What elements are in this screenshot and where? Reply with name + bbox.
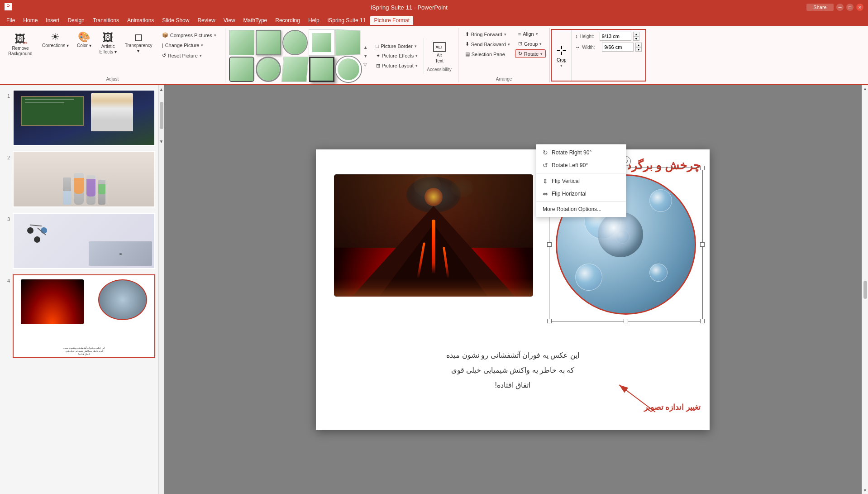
handle-bc[interactable] (624, 319, 628, 323)
close-button[interactable]: ✕ (856, 4, 863, 11)
style-thumb-10[interactable] (336, 57, 361, 82)
accessibility-label: Accessibility (427, 67, 451, 72)
height-up[interactable]: ▲ (633, 32, 639, 36)
right-scroll-thumb[interactable] (863, 281, 867, 299)
slide-canvas: چرخش و برگرداندن تصویر (316, 149, 710, 430)
remove-background-button[interactable]: 🖼 ✂ Remove Background (4, 30, 37, 59)
style-thumb-8[interactable] (281, 57, 309, 82)
slide-item-1[interactable]: 1 (2, 89, 156, 147)
ribbon-group-adjust: 🖼 ✂ Remove Background ☀ Corrections ▾ 🎨 … (0, 28, 225, 82)
menu-slideshow[interactable]: Slide Show (158, 16, 193, 25)
style-scroll-down[interactable]: ▼ (362, 53, 369, 59)
artistic-effects-button[interactable]: 🖼 ArtisticEffects ▾ (96, 30, 120, 57)
group-button[interactable]: ⊡ Group ▾ (515, 39, 546, 48)
flip-horizontal-item[interactable]: ⇔ Flip Horizontal (536, 187, 626, 200)
slide-4-preview: این عکس یه فوران آتشفشانی رو نشون میده ک… (14, 275, 154, 357)
reset-picture-button[interactable]: ↺ Reset Picture ▾ (159, 51, 219, 60)
maximize-button[interactable]: □ (846, 4, 854, 11)
handle-bl[interactable] (547, 319, 552, 323)
slide-item-2[interactable]: 2 (2, 150, 156, 208)
minimize-button[interactable]: ─ (836, 4, 844, 11)
slides-panel: 1 2 (0, 85, 158, 494)
width-up[interactable]: ▲ (635, 43, 642, 47)
bring-forward-button[interactable]: ⬆ Bring Forward ▾ (462, 30, 513, 38)
menu-home[interactable]: Home (19, 16, 41, 25)
pl-arrow: ▾ (415, 63, 418, 68)
corrections-button[interactable]: ☀ Corrections ▾ (39, 30, 72, 51)
menu-view[interactable]: View (220, 16, 239, 25)
send-backward-button[interactable]: ⬇ Send Backward ▾ (462, 40, 513, 48)
width-down[interactable]: ▼ (635, 47, 642, 52)
slide-item-3[interactable]: 3 (2, 212, 156, 270)
menu-picture-format[interactable]: Picture Format (370, 16, 413, 25)
crop-button[interactable]: ⊹ Crop ▾ (554, 32, 568, 79)
picture-effects-button[interactable]: ✦ Picture Effects ▾ (373, 52, 421, 60)
style-thumb-2[interactable] (256, 30, 281, 55)
bottom-annotation: تغییر اندازه تصویر (644, 403, 701, 412)
right-scrollbar: ▲ ▼ (862, 85, 868, 494)
handle-br[interactable] (700, 319, 705, 323)
share-button[interactable]: Share (806, 4, 834, 11)
picture-layout-button[interactable]: ⊞ Picture Layout ▾ (373, 62, 421, 70)
picture-effects-icon: ✦ (376, 53, 380, 59)
selection-pane-button[interactable]: ▤ Selection Pane (462, 50, 513, 58)
picture-styles-content: ▲ ▼ ▽ □ Picture Border ▾ ✦ Picture Effec… (229, 28, 454, 84)
right-scroll-up[interactable]: ▲ (862, 85, 868, 92)
slide-item-4[interactable]: 4 این عکس یه فوران آتشفشانی رو نشون میده (2, 273, 156, 359)
scroll-thumb[interactable] (160, 102, 163, 129)
menu-design[interactable]: Design (64, 16, 88, 25)
menu-insert[interactable]: Insert (42, 16, 63, 25)
rotate-button[interactable]: ↻ Rotate ▾ (515, 49, 546, 58)
width-input[interactable] (602, 43, 634, 52)
slide-thumbnail-3[interactable]: ⊞ (13, 213, 155, 269)
pb-arrow: ▾ (415, 44, 417, 48)
slide-thumbnail-4[interactable]: این عکس یه فوران آتشفشانی رو نشون میده ک… (13, 274, 155, 358)
style-thumb-5[interactable] (335, 29, 361, 56)
height-input[interactable] (600, 32, 631, 41)
menu-transitions[interactable]: Transitions (89, 16, 123, 25)
menu-help[interactable]: Help (305, 16, 323, 25)
style-thumb-7[interactable] (256, 57, 281, 82)
style-thumb-3[interactable] (282, 30, 308, 55)
color-button[interactable]: 🎨 Color ▾ (74, 30, 95, 51)
rotate-left-item[interactable]: ↺ Rotate Left 90° (536, 159, 626, 172)
menu-mathtype[interactable]: MathType (240, 16, 271, 25)
slide-thumbnail-2[interactable] (13, 151, 155, 207)
slide-number-3: 3 (3, 216, 10, 222)
change-picture-button[interactable]: | Change Picture ▾ (159, 41, 219, 49)
flip-vertical-item[interactable]: ⇕ Flip Vertical (536, 175, 626, 187)
right-scroll-track (862, 92, 868, 487)
compress-pictures-button[interactable]: 📦 Compress Pictures ▾ (159, 31, 219, 39)
style-scroll-up[interactable]: ▲ (362, 44, 369, 50)
menu-review[interactable]: Review (194, 16, 219, 25)
rotate-dropdown: ↻ Rotate Right 90° ↺ Rotate Left 90° ⇕ F… (536, 144, 626, 217)
ribbon-group-size: ⊹ Crop ▾ ↕ Height: ▲ ▼ ↔ Width: ▲ (551, 29, 646, 82)
style-thumb-4[interactable] (309, 30, 334, 55)
slide-thumbnail-1[interactable] (13, 90, 155, 146)
alt-text-button[interactable]: ALT AltText (430, 40, 449, 66)
style-scroll-buttons[interactable]: ▲ ▼ ▽ (362, 43, 369, 69)
handle-ml[interactable] (547, 242, 552, 247)
style-thumb-1[interactable] (229, 30, 254, 55)
crop-dropdown[interactable]: ▾ (556, 62, 567, 68)
transparency-button[interactable]: ◻ Transparency ▾ (122, 30, 155, 56)
width-icon: ↔ (575, 44, 580, 50)
more-rotation-options[interactable]: More Rotation Options... (536, 203, 626, 215)
style-more[interactable]: ▽ (362, 62, 369, 67)
handle-mr[interactable] (700, 242, 705, 247)
style-thumb-6[interactable] (229, 57, 254, 82)
volcano-image[interactable] (334, 174, 533, 297)
menu-animations[interactable]: Animations (124, 16, 157, 25)
style-thumb-9[interactable] (309, 57, 334, 82)
rotate-right-item[interactable]: ↻ Rotate Right 90° (536, 146, 626, 159)
menu-recording[interactable]: Recording (272, 16, 304, 25)
menu-ispring[interactable]: iSpring Suite 11 (324, 16, 370, 25)
rotate-icon: ↻ (518, 51, 522, 57)
picture-border-button[interactable]: □ Picture Border ▾ (373, 42, 421, 50)
align-button[interactable]: ≡ Align ▾ (515, 30, 546, 38)
title-bar: 🅿 iSpring Suite 11 - PowerPoint Share ─ … (0, 0, 868, 14)
menu-file[interactable]: File (3, 16, 19, 25)
handle-tr[interactable] (700, 166, 705, 170)
height-down[interactable]: ▼ (633, 36, 639, 41)
right-scroll-down[interactable]: ▼ (862, 487, 868, 494)
